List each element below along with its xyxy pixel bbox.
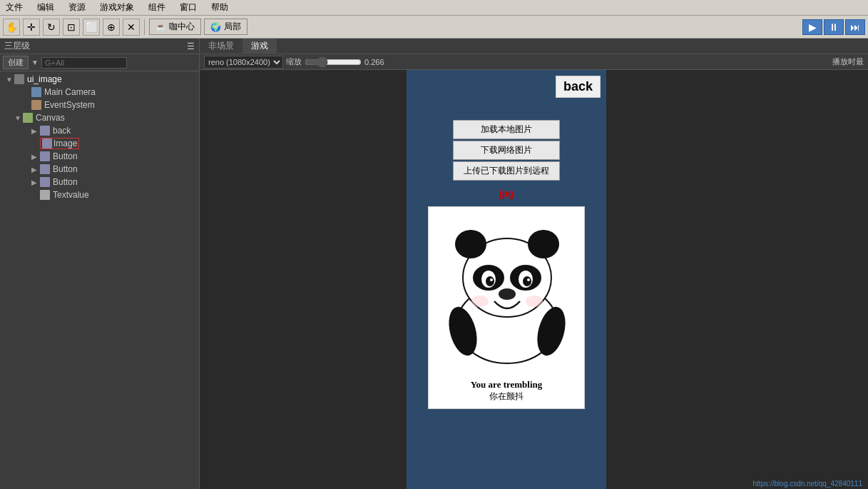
tree-item-eventsystem[interactable]: EventSystem [0,99,199,111]
tree-item-button3[interactable]: ▶ Button [0,176,199,188]
svg-point-15 [526,296,543,307]
back-button[interactable]: back [556,76,601,98]
svg-point-10 [523,276,531,286]
panda-text-area: You are trembling 你在颤抖 [432,376,581,405]
main-layout: 三层级 ☰ 创建 ▼ ▼ ui_image Main Camera [0,39,868,489]
view-content: back 加载本地图片 下载网络图片 上传已下载图片到远程 jpg [200,70,868,489]
play-button[interactable]: ▶ [802,19,822,35]
menu-component[interactable]: 组件 [145,0,168,15]
toolbar-hand[interactable]: ✋ [3,19,20,36]
tree-item-button1[interactable]: ▶ Button [0,150,199,163]
panda-image: You are trembling 你在颤抖 [428,206,585,409]
url-label: https://blog.csdn.net/qq_42840111 [753,480,862,488]
tree-item-maincamera[interactable]: Main Camera [0,86,199,99]
game-dark-left [200,70,407,489]
ui-button-group: 加载本地图片 下载网络图片 上传已下载图片到远程 [453,120,560,181]
svg-point-11 [490,278,493,281]
toolbar-rect[interactable]: ⬜ [83,19,100,36]
upload-btn[interactable]: 上传已下载图片到远程 [453,161,560,181]
hierarchy-search-input[interactable] [41,57,127,69]
download-net-btn[interactable]: 下载网络图片 [453,141,560,160]
svg-point-14 [471,296,489,307]
dropdown-arrow-icon: ▼ [31,59,39,66]
play-controls: ▶ ⏸ ⏭ [802,19,865,35]
resolution-select[interactable]: reno (1080x2400) [204,56,283,69]
image-label: Image [53,138,77,148]
toolbar-move[interactable]: ✛ [23,19,40,36]
camera-label: Main Camera [44,87,96,97]
view-toolbar: reno (1080x2400) 缩放 0.266 播放时最 [200,54,868,70]
game-dark-right: https://blog.csdn.net/qq_42840111 [606,70,868,489]
menu-window[interactable]: 窗口 [177,0,200,15]
view-area: 非场景 游戏 reno (1080x2400) 缩放 0.266 播放时最 ba… [200,39,868,489]
tree-item-button2[interactable]: ▶ Button [0,163,199,176]
expand-icon[interactable]: 播放时最 [832,56,864,67]
svg-point-9 [486,276,494,286]
toolbar-rotate[interactable]: ↻ [43,19,60,36]
image-selected-box: Image [40,138,79,149]
zoom-slider[interactable] [305,56,362,68]
menu-bar: 文件 编辑 资源 游戏对象 组件 窗口 帮助 [0,0,868,16]
step-button[interactable]: ⏭ [845,19,865,35]
btn1-arrow: ▶ [31,153,40,161]
textval-icon [40,190,50,200]
local-label: 局部 [224,21,241,33]
status-text: jpg [499,188,514,199]
toolbar-transform[interactable]: ⊕ [103,19,120,36]
root-arrow-icon: ▼ [6,76,14,84]
tree-item-canvas[interactable]: ▼ Canvas [0,111,199,124]
canvas-arrow: ▼ [14,114,23,122]
panda-svg [432,210,583,374]
game-screen: back 加载本地图片 下载网络图片 上传已下载图片到远程 jpg [407,70,606,489]
toolbar-scale[interactable]: ⊡ [63,19,80,36]
toolbar-x[interactable]: ✕ [123,19,140,36]
toolbar-sep1 [144,19,145,35]
svg-point-4 [528,230,559,258]
canvas-icon [23,113,33,123]
center-icon: ☕ [155,22,166,32]
hierarchy-toolbar: 创建 ▼ [0,54,199,71]
back-arrow: ▶ [31,127,40,135]
toolbar: ✋ ✛ ↻ ⊡ ⬜ ⊕ ✕ ☕ 咖中心 🌍 局部 ▶ ⏸ ⏭ [0,16,868,39]
camera-icon [31,87,41,97]
local-icon: 🌍 [210,22,221,32]
btn2-icon [40,164,50,174]
textval-label: Textvalue [53,190,89,200]
menu-gameobject[interactable]: 游戏对象 [97,0,137,15]
hierarchy-tree: ▼ ui_image Main Camera EventSystem ▼ Can… [0,71,199,489]
panda-illustration [432,210,583,376]
hierarchy-create-btn[interactable]: 创建 [3,56,29,69]
tab-game[interactable]: 游戏 [242,39,277,54]
panda-chinese-text: 你在颤抖 [432,390,581,403]
menu-assets[interactable]: 资源 [66,0,88,15]
hierarchy-panel: 三层级 ☰ 创建 ▼ ▼ ui_image Main Camera [0,39,200,489]
tree-item-root[interactable]: ▼ ui_image [0,73,199,86]
svg-point-12 [527,278,530,281]
zoom-value: 0.266 [364,58,384,66]
zoom-label: 缩放 [286,56,302,67]
image-obj-icon [42,138,52,148]
event-icon [31,100,41,110]
menu-edit[interactable]: 编辑 [34,0,57,15]
svg-point-3 [455,230,486,258]
toolbar-center[interactable]: ☕ 咖中心 [149,19,201,35]
toolbar-local[interactable]: 🌍 局部 [204,19,247,35]
tree-item-image[interactable]: Image [0,137,199,150]
btn1-label: Button [53,151,78,161]
hierarchy-title: 三层级 [4,40,30,52]
root-icon [14,74,24,84]
tree-item-textvalue[interactable]: Textvalue [0,188,199,201]
menu-help[interactable]: 帮助 [208,0,231,15]
hierarchy-menu-icon[interactable]: ☰ [187,41,195,51]
event-label: EventSystem [44,100,95,110]
load-local-btn[interactable]: 加载本地图片 [453,120,560,139]
root-label: ui_image [27,74,62,84]
panda-english-text: You are trembling [432,379,581,390]
view-tabbar: 非场景 游戏 [200,39,868,54]
tree-item-back[interactable]: ▶ back [0,124,199,137]
hierarchy-header: 三层级 ☰ [0,39,199,54]
tab-scene[interactable]: 非场景 [200,39,242,54]
back-obj-icon [40,126,50,136]
pause-button[interactable]: ⏸ [824,19,844,35]
menu-file[interactable]: 文件 [3,0,26,15]
